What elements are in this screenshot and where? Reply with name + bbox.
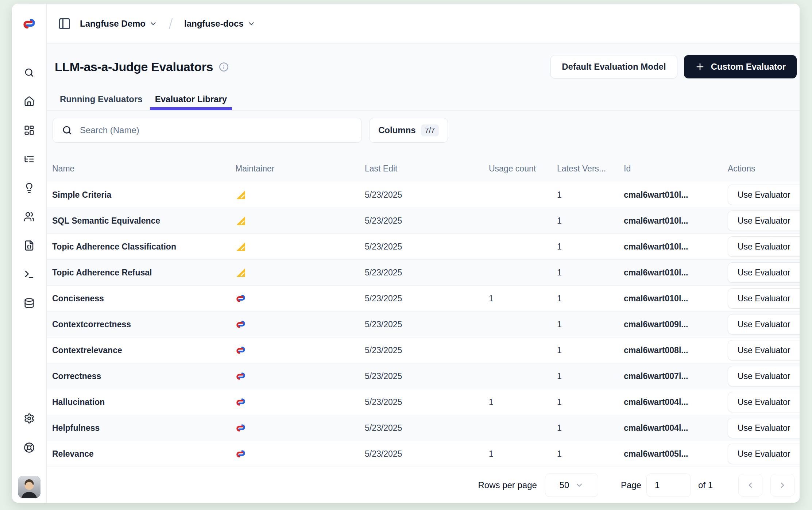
actions-cell: Use Evaluator [728,288,800,309]
use-evaluator-button[interactable]: Use Evaluator [728,340,800,360]
use-evaluator-button[interactable]: Use Evaluator [728,262,800,283]
table-row[interactable]: Topic Adherence Refusal 5/23/2025 1 cmal… [47,260,800,286]
page-number-input[interactable] [646,474,691,497]
sidebar-item-evaluation[interactable] [23,182,35,193]
columns-label: Columns [378,125,416,135]
next-page-button[interactable] [770,474,794,497]
use-evaluator-button[interactable]: Use Evaluator [728,236,800,257]
table-header: Name Maintainer Last Edit Usage count La… [47,156,800,182]
rows-per-page-select[interactable]: 50 [545,474,598,497]
column-header-latest-version[interactable]: Latest Vers... [557,164,624,174]
use-evaluator-button[interactable]: Use Evaluator [728,366,800,386]
maintainer-cell [235,448,365,459]
use-evaluator-button[interactable]: Use Evaluator [728,288,800,309]
evaluator-id: cmal6wart004l... [624,397,728,407]
evaluator-name: Correctness [52,371,235,381]
sidebar-item-datasets[interactable] [23,298,35,309]
dashboard-icon [24,125,35,136]
use-evaluator-button[interactable]: Use Evaluator [728,210,800,231]
sidebar-item-prompts[interactable] [23,240,35,251]
last-edit-date: 5/23/2025 [365,423,489,433]
actions-cell: Use Evaluator [728,236,800,257]
latest-version: 1 [557,190,624,200]
maintainer-cell [235,397,365,407]
rows-per-page-value: 50 [560,480,569,490]
column-header-actions[interactable]: Actions [728,164,800,174]
user-avatar[interactable] [18,476,40,498]
latest-version: 1 [557,268,624,278]
table-row[interactable]: Helpfulness 5/23/2025 1 cmal6wart004l...… [47,415,800,441]
sidebar-item-playground[interactable] [23,269,35,280]
evaluator-name: Contextrelevance [52,345,235,355]
pagination-footer: Rows per page 50 Page of 1 [47,467,800,503]
latest-version: 1 [557,345,624,355]
evaluator-name: Contextcorrectness [52,320,235,329]
latest-version: 1 [557,294,624,304]
chevron-left-icon [746,481,755,490]
tab-running-evaluators[interactable]: Running Evaluators [55,94,148,110]
chevron-down-icon [149,20,157,28]
breadcrumb-separator [166,16,175,31]
table-row[interactable]: Contextrelevance 5/23/2025 1 cmal6wart00… [47,337,800,363]
last-edit-date: 5/23/2025 [365,397,489,407]
columns-button[interactable]: Columns 7/7 [369,118,448,143]
search-box[interactable] [53,118,362,143]
usage-count: 1 [489,294,557,304]
previous-page-button[interactable] [738,474,762,497]
tab-evaluator-library[interactable]: Evaluator Library [150,94,232,110]
life-buoy-icon [24,442,35,453]
sidebar-item-home[interactable] [23,96,35,107]
evaluator-id: cmal6wart009l... [624,320,728,329]
use-evaluator-button[interactable]: Use Evaluator [728,314,800,335]
evaluator-name: Helpfulness [52,423,235,433]
sidebar-item-dashboards[interactable] [23,125,35,136]
last-edit-date: 5/23/2025 [365,190,489,200]
database-icon [24,298,35,309]
table-row[interactable]: Conciseness 5/23/2025 1 1 cmal6wart010l.… [47,286,800,312]
table-row[interactable]: Topic Adherence Classification 5/23/2025… [47,234,800,260]
table-row[interactable]: Correctness 5/23/2025 1 cmal6wart007l...… [47,363,800,389]
last-edit-date: 5/23/2025 [365,371,489,381]
evaluators-table: Name Maintainer Last Edit Usage count La… [47,156,800,467]
chevron-down-icon [575,481,584,490]
custom-evaluator-button[interactable]: Custom Evaluator [684,55,797,78]
table-row[interactable]: Simple Criteria 5/23/2025 1 cmal6wart010… [47,182,800,208]
evaluator-id: cmal6wart010l... [624,190,728,200]
sidebar-item-tracing[interactable] [23,154,35,165]
use-evaluator-button[interactable]: Use Evaluator [728,418,800,438]
home-icon [24,96,35,107]
use-evaluator-button[interactable]: Use Evaluator [728,392,800,412]
table-row[interactable]: Contextcorrectness 5/23/2025 1 cmal6wart… [47,312,800,337]
title-info-button[interactable] [219,62,229,72]
actions-cell: Use Evaluator [728,392,800,412]
last-edit-date: 5/23/2025 [365,345,489,355]
table-row[interactable]: Hallucination 5/23/2025 1 1 cmal6wart004… [47,389,800,415]
latest-version: 1 [557,242,624,252]
org-switcher[interactable]: Langfuse Demo [80,19,157,29]
column-header-usage-count[interactable]: Usage count [489,164,557,174]
chevron-right-icon [778,481,787,490]
project-switcher[interactable]: langfuse-docs [184,19,255,29]
column-header-id[interactable]: Id [624,164,728,174]
use-evaluator-button[interactable]: Use Evaluator [728,444,800,464]
column-header-name[interactable]: Name [52,164,235,174]
column-header-last-edit[interactable]: Last Edit [365,164,489,174]
support-button[interactable] [23,442,35,453]
sidebar-toggle-button[interactable] [58,17,71,30]
sidebar-item-users[interactable] [23,211,35,222]
search-input[interactable] [80,125,353,135]
langfuse-icon [235,422,246,433]
default-evaluation-model-button[interactable]: Default Evaluation Model [550,55,677,78]
last-edit-date: 5/23/2025 [365,294,489,304]
table-row[interactable]: SQL Semantic Equivalence 5/23/2025 1 cma… [47,208,800,234]
lightbulb-icon [24,182,35,193]
table-row[interactable]: Relevance 5/23/2025 1 1 cmal6wart005l...… [47,441,800,467]
evaluator-id: cmal6wart004l... [624,423,728,433]
use-evaluator-button[interactable]: Use Evaluator [728,185,800,205]
column-header-maintainer[interactable]: Maintainer [235,164,365,174]
actions-cell: Use Evaluator [728,444,800,464]
actions-cell: Use Evaluator [728,210,800,231]
sidebar-item-search[interactable] [23,67,35,78]
org-logo[interactable] [22,4,36,44]
settings-button[interactable] [23,413,35,424]
